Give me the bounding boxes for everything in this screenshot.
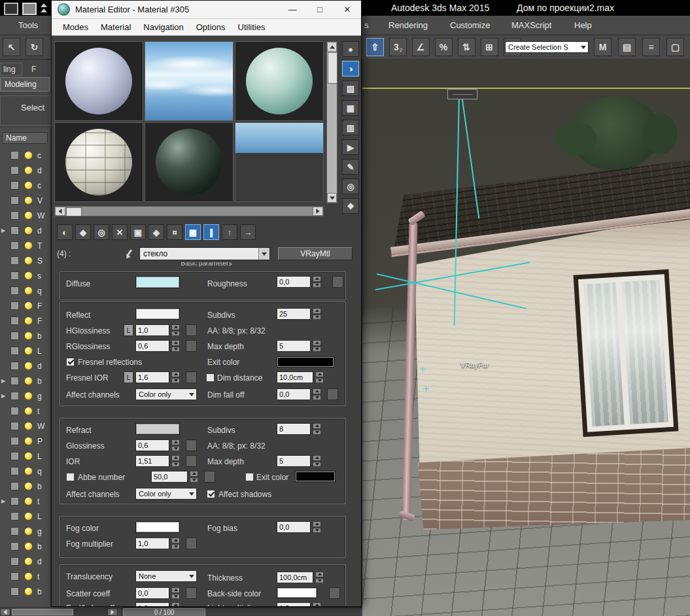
visibility-bulb-icon[interactable] xyxy=(24,512,33,521)
scroll-track[interactable] xyxy=(10,608,107,616)
scene-layer-row[interactable]: d xyxy=(0,554,50,569)
layout-switch-icon[interactable] xyxy=(41,3,47,7)
scene-layer-row[interactable]: d xyxy=(0,358,50,373)
material-name-dropdown[interactable]: стекло xyxy=(139,247,270,260)
workspaces-icon[interactable] xyxy=(4,3,18,15)
scroll-thumb[interactable] xyxy=(12,609,73,615)
reset-map-icon[interactable]: ✕ xyxy=(112,224,128,240)
fog-multiplier-input[interactable]: 1,0 xyxy=(135,538,169,549)
sample-slot-1[interactable] xyxy=(54,41,143,121)
visibility-bulb-icon[interactable] xyxy=(24,166,33,175)
reflect-exitcolor-swatch[interactable] xyxy=(277,356,334,368)
visibility-bulb-icon[interactable] xyxy=(24,467,33,475)
abbe-map-button[interactable] xyxy=(204,471,215,483)
refract-glossiness-input[interactable]: 0,6 xyxy=(135,439,169,451)
sample-type-icon[interactable]: ● xyxy=(342,41,359,57)
hglossiness-spinner[interactable] xyxy=(171,324,180,336)
refract-subdivs-spinner[interactable] xyxy=(313,423,321,435)
get-material-icon[interactable]: ◐ xyxy=(57,224,73,240)
backside-color-swatch[interactable] xyxy=(277,587,317,598)
visibility-bulb-icon[interactable] xyxy=(24,196,33,205)
scene-layer-row[interactable]: b xyxy=(0,539,50,554)
hscroll-left-icon[interactable] xyxy=(55,207,65,216)
reflect-affect-channels-dropdown[interactable]: Color only xyxy=(135,388,197,400)
scene-layer-row[interactable]: b xyxy=(0,584,50,599)
expand-arrow-icon[interactable]: ▶ xyxy=(0,378,8,384)
fwd-coeff-input[interactable]: 1,0 xyxy=(135,602,169,607)
rglossiness-map-button[interactable] xyxy=(186,340,197,352)
sample-slot-4[interactable] xyxy=(54,122,143,202)
scene-layer-row[interactable]: T xyxy=(0,238,50,253)
visibility-bulb-icon[interactable] xyxy=(24,482,33,490)
backside-map-button[interactable] xyxy=(329,587,340,599)
abbe-input[interactable]: 50,0 xyxy=(151,471,188,483)
menu-maxscript[interactable]: MAXScript xyxy=(511,20,551,30)
dim-falloff-input[interactable]: 0,0 xyxy=(277,388,311,400)
scene-layer-row[interactable]: P xyxy=(0,434,50,449)
scroll-down-icon[interactable] xyxy=(327,193,337,203)
scene-layer-row[interactable]: ▶ d xyxy=(0,223,50,238)
fresnel-ior-map-button[interactable] xyxy=(186,371,197,383)
unlink-selection-icon[interactable]: ↻ xyxy=(26,38,43,56)
layer-explorer-icon[interactable]: ▤ xyxy=(618,38,636,56)
scene-layer-row[interactable]: F xyxy=(0,298,50,313)
visibility-bulb-icon[interactable] xyxy=(24,437,33,445)
scene-layer-row[interactable]: ▶ t xyxy=(0,494,50,509)
menu-help[interactable]: Help xyxy=(574,20,592,30)
visibility-bulb-icon[interactable] xyxy=(24,407,33,415)
fog-multiplier-map-button[interactable] xyxy=(186,538,197,549)
scene-layer-row[interactable]: s xyxy=(0,268,50,283)
refract-maxdepth-input[interactable]: 5 xyxy=(277,455,311,467)
fog-color-swatch[interactable] xyxy=(135,521,180,533)
fog-multiplier-spinner[interactable] xyxy=(171,538,180,549)
fresnel-ior-lock-button[interactable]: L xyxy=(124,371,133,383)
pivot-surface-icon[interactable]: ⇧ xyxy=(366,38,384,56)
visibility-bulb-icon[interactable] xyxy=(24,286,33,295)
time-slider[interactable]: 0 / 100 xyxy=(121,607,363,616)
refract-exitcolor-checkbox[interactable] xyxy=(245,473,254,481)
ior-map-button[interactable] xyxy=(186,455,197,467)
hglossiness-map-button[interactable] xyxy=(186,324,197,336)
sample-slot-6[interactable] xyxy=(235,122,324,202)
refract-glossiness-spinner[interactable] xyxy=(171,439,180,451)
roughness-spinner[interactable] xyxy=(313,276,321,288)
slots-hscrollbar[interactable] xyxy=(54,206,324,216)
make-material-copy-icon[interactable]: ▣ xyxy=(130,224,146,240)
maximize-button[interactable]: □ xyxy=(306,5,334,14)
menu-partial[interactable]: s xyxy=(364,20,369,30)
fog-bias-spinner[interactable] xyxy=(313,521,321,533)
background-icon[interactable]: ▨ xyxy=(342,80,359,96)
scene-layer-row[interactable]: c xyxy=(0,178,50,193)
menu-material[interactable]: Material xyxy=(101,22,131,32)
reflect-subdivs-input[interactable]: 25 xyxy=(277,308,311,320)
scene-layer-row[interactable]: q xyxy=(0,464,50,479)
fresnel-ior-spinner[interactable] xyxy=(171,371,180,383)
save-file-icon[interactable] xyxy=(22,3,37,15)
light-multiplier-spinner[interactable] xyxy=(313,602,321,607)
scene-layer-row[interactable]: b xyxy=(0,479,50,494)
visibility-bulb-icon[interactable] xyxy=(24,587,33,596)
dim-falloff-map-button[interactable] xyxy=(327,388,338,400)
affect-shadows-checkbox[interactable] xyxy=(207,490,215,498)
visibility-bulb-icon[interactable] xyxy=(24,211,33,220)
toolbars-toggle-icon[interactable]: ≡ xyxy=(642,38,660,56)
scroll-right-icon[interactable] xyxy=(107,608,118,616)
menu-tools[interactable]: Tools xyxy=(18,20,38,30)
diffuse-color-swatch[interactable] xyxy=(135,276,180,288)
visibility-bulb-icon[interactable] xyxy=(24,497,33,505)
visibility-bulb-icon[interactable] xyxy=(24,332,33,340)
scene-layer-row[interactable]: b xyxy=(0,328,50,343)
slots-vscrollbar[interactable] xyxy=(326,41,337,203)
panel-hscrollbar[interactable] xyxy=(0,608,118,616)
fresnel-ior-input[interactable]: 1,6 xyxy=(135,371,169,383)
refract-glossiness-map-button[interactable] xyxy=(186,439,197,451)
refract-color-swatch[interactable] xyxy=(135,423,180,435)
visibility-bulb-icon[interactable] xyxy=(24,226,33,235)
backlight-icon[interactable]: ◑ xyxy=(342,61,359,77)
visibility-bulb-icon[interactable] xyxy=(24,151,33,160)
scene-layer-row[interactable]: d xyxy=(0,163,50,178)
snaps-toggle-icon[interactable]: 32 xyxy=(389,38,407,56)
pick-material-icon[interactable] xyxy=(124,248,134,260)
show-map-in-viewport-icon[interactable]: ▦ xyxy=(185,224,201,240)
scene-layer-row[interactable]: S xyxy=(0,253,50,268)
